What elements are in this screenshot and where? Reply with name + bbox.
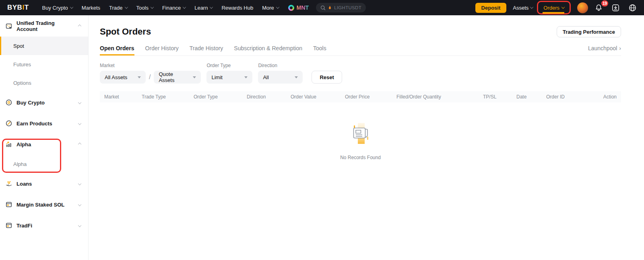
tab-trade-history[interactable]: Trade History — [190, 45, 223, 55]
sidebar-item-alpha[interactable]: Alpha — [0, 134, 88, 155]
direction-select[interactable]: All — [258, 71, 303, 84]
column-header-date: Date — [516, 94, 546, 100]
nav-item-buy-crypto[interactable]: Buy Crypto — [38, 5, 77, 11]
order-type-select[interactable]: Limit — [206, 71, 252, 84]
sidebar-item-label: Futures — [13, 61, 31, 68]
sidebar-item-buy-crypto[interactable]: Buy Crypto — [0, 92, 88, 113]
direction-filter-label: Direction — [258, 63, 303, 68]
download-icon — [611, 4, 620, 12]
language-button[interactable] — [628, 4, 637, 12]
nav-item-learn[interactable]: Learn — [190, 5, 217, 11]
chevron-up-icon — [78, 25, 81, 28]
sidebar-item-alpha-sub[interactable]: Alpha — [0, 155, 88, 173]
chevron-down-icon — [78, 122, 81, 125]
token-ticker-label: MNT — [297, 4, 309, 11]
sidebar-item-futures[interactable]: Futures — [0, 55, 88, 74]
quote-asset-select[interactable]: Quote Assets — [154, 71, 201, 84]
card-icon — [6, 222, 12, 229]
chevron-down-icon — [276, 5, 279, 8]
top-nav: BYBIT Buy Crypto Markets Trade Tools Fin… — [0, 0, 644, 15]
column-header-order-value: Order Value — [291, 94, 345, 100]
launchpool-link[interactable]: Launchpool› — [588, 45, 621, 55]
sidebar-item-unified-trading-account[interactable]: Unified Trading Account — [0, 21, 88, 31]
column-header-order-type: Order Type — [194, 94, 247, 100]
direction-value: All — [263, 74, 268, 80]
nav-item-tools[interactable]: Tools — [132, 5, 158, 11]
chevron-down-icon — [124, 5, 128, 8]
base-asset-value: All Assets — [105, 74, 127, 80]
notification-badge: 19 — [601, 0, 608, 6]
chevron-down-icon — [561, 5, 565, 8]
nav-item-label: Rewards Hub — [221, 5, 253, 11]
caret-down-icon — [244, 76, 248, 78]
orders-label: Orders — [543, 5, 559, 11]
sidebar-item-label: Spot — [13, 43, 24, 49]
nav-item-more[interactable]: More — [258, 5, 283, 11]
avatar[interactable] — [577, 2, 588, 13]
wallet-icon — [6, 23, 12, 29]
market-filter-group: Market All Assets — [100, 63, 146, 84]
column-header-order-price: Order Price — [345, 94, 396, 100]
chevron-down-icon — [78, 182, 81, 185]
reset-button[interactable]: Reset — [312, 71, 342, 84]
trading-performance-button[interactable]: Trading Performance — [557, 26, 621, 37]
search-icon — [320, 5, 326, 10]
nav-item-label: Tools — [136, 5, 149, 11]
mnt-token-ticker[interactable]: MNT — [288, 4, 309, 11]
notifications-button[interactable]: 19 — [594, 4, 603, 12]
tab-subscription-redemption[interactable]: Subscription & Redemption — [234, 45, 302, 55]
chevron-down-icon — [70, 5, 73, 8]
order-type-value: Limit — [211, 74, 222, 80]
filters-bar: Market All Assets / Quote Assets Order T… — [100, 63, 621, 84]
download-app-button[interactable] — [611, 4, 620, 12]
chevron-right-icon: › — [619, 45, 621, 51]
table-header-row: Market Trade Type Order Type Direction O… — [100, 91, 621, 102]
earn-icon — [6, 120, 12, 127]
page-header: Spot Orders Trading Performance — [100, 15, 621, 41]
tab-order-history[interactable]: Order History — [145, 45, 179, 55]
base-asset-select[interactable]: All Assets — [100, 71, 146, 84]
coin-icon — [6, 99, 12, 106]
sidebar-item-label: Options — [13, 80, 31, 86]
sidebar-item-options[interactable]: Options — [0, 74, 88, 92]
assets-label: Assets — [513, 5, 528, 11]
caret-down-icon — [138, 76, 141, 78]
nav-item-rewards-hub[interactable]: Rewards Hub — [217, 5, 258, 11]
sidebar-item-label: Margin Staked SOL — [17, 202, 64, 208]
sidebar-item-tradfi[interactable]: TradFi — [0, 215, 88, 236]
sidebar-item-earn-products[interactable]: Earn Products — [0, 113, 88, 134]
column-header-trade-type: Trade Type — [142, 94, 194, 100]
assets-menu[interactable]: Assets — [513, 5, 533, 11]
column-header-action: Action — [600, 94, 617, 100]
alpha-chart-icon — [6, 141, 12, 147]
orders-menu-highlighted[interactable]: Orders — [537, 1, 571, 14]
loans-icon — [6, 180, 12, 187]
logo-text: T — [25, 4, 29, 11]
sidebar-item-loans[interactable]: Loans — [0, 173, 88, 194]
sidebar-item-label: Buy Crypto — [17, 100, 45, 106]
logo-text: BYB — [7, 4, 22, 11]
launchpool-label: Launchpool — [588, 45, 617, 51]
sidebar-item-margin-staked-sol[interactable]: Margin Staked SOL — [0, 194, 88, 215]
order-type-filter-group: Order Type Limit — [206, 63, 252, 84]
nav-item-trade[interactable]: Trade — [105, 5, 132, 11]
chevron-down-icon — [78, 101, 81, 104]
nav-item-label: Trade — [109, 5, 122, 11]
tab-tools[interactable]: Tools — [313, 45, 326, 55]
caret-down-icon — [295, 76, 298, 78]
nav-item-markets[interactable]: Markets — [77, 5, 105, 11]
sidebar-item-label: Unified Trading Account — [17, 20, 74, 32]
deposit-button[interactable]: Deposit — [475, 3, 507, 13]
empty-state-message: No Records Found — [100, 155, 621, 160]
no-records-icon — [348, 122, 374, 147]
bybit-logo[interactable]: BYBIT — [7, 4, 29, 12]
pair-separator: / — [149, 71, 151, 84]
chevron-down-icon — [151, 5, 154, 8]
tab-open-orders[interactable]: Open Orders — [100, 45, 134, 55]
sidebar-item-spot[interactable]: Spot — [0, 37, 88, 55]
tabs-bar: Open Orders Order History Trade History … — [100, 45, 621, 56]
nav-item-finance[interactable]: Finance — [158, 5, 190, 11]
direction-filter-group: Direction All — [258, 63, 303, 84]
sidebar-item-label: Alpha — [13, 161, 27, 167]
search-input[interactable]: LIGHTUSDT — [316, 3, 366, 12]
